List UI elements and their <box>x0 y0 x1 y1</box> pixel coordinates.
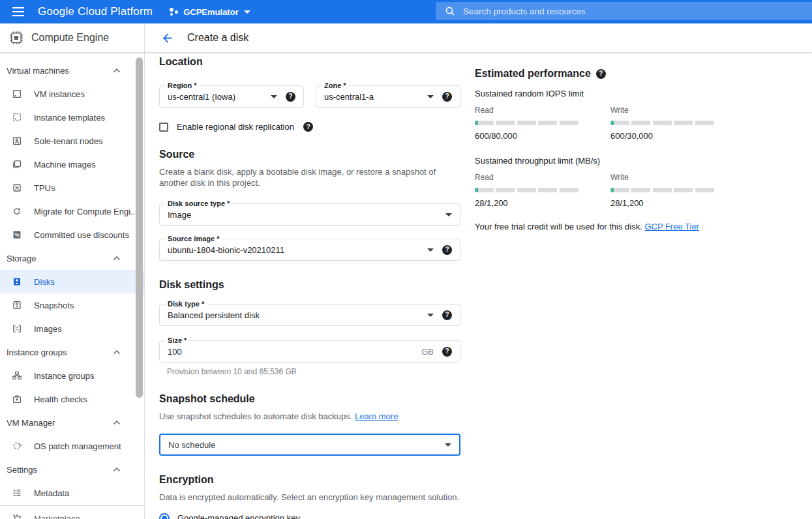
snapshot-schedule-description: Use snapshot schedules to automate disk … <box>159 411 460 422</box>
sidebar-item-migrate-for-compute-engine[interactable]: Migrate for Compute Engi... <box>0 200 144 223</box>
google-managed-key-option[interactable]: Google-managed encryption key <box>159 513 460 519</box>
snapshot-schedule-select[interactable]: No schedule <box>159 434 460 456</box>
dropdown-arrow-icon <box>445 213 452 216</box>
image-icon <box>12 323 22 334</box>
sole-tenant-icon <box>12 136 22 146</box>
snapshot-schedule-heading: Snapshot schedule <box>159 393 460 405</box>
source-image-value: ubuntu-1804-bionic-v20210211 <box>168 245 421 255</box>
sidebar-item-tpus[interactable]: TPUs <box>0 176 144 200</box>
page-title: Create a disk <box>187 32 248 44</box>
sidebar-divider <box>0 505 144 506</box>
sidebar-item-instance-templates[interactable]: Instance templates <box>0 106 144 129</box>
encryption-heading: Encryption <box>159 474 460 486</box>
chevron-up-icon <box>113 420 121 425</box>
migrate-icon <box>12 206 22 216</box>
snapshot-schedule-value: No schedule <box>168 440 438 450</box>
iops-read-value: 600/80,000 <box>475 131 579 141</box>
sidebar-item-os-patch-management[interactable]: OS patch management <box>0 434 144 458</box>
performance-help-icon[interactable]: ? <box>596 69 606 79</box>
marketplace-icon <box>12 513 22 519</box>
throughput-read-label: Read <box>475 173 579 182</box>
chevron-up-icon <box>113 349 121 355</box>
sidebar-item-images[interactable]: Images <box>0 317 144 340</box>
disk-source-type-label: Disk source type * <box>165 200 232 207</box>
disk-icon <box>12 276 22 287</box>
source-image-label: Source image * <box>165 235 222 243</box>
app-title: Compute Engine <box>31 32 109 44</box>
estimated-performance-panel: Estimated performance ? Sustained random… <box>475 53 749 231</box>
size-input[interactable]: Size * 100 GB ? <box>159 340 460 363</box>
iops-read-bar <box>475 121 579 125</box>
throughput-read-value: 28/1,200 <box>475 198 579 208</box>
sidebar-section-storage[interactable]: Storage <box>0 246 144 270</box>
project-dots-icon <box>170 7 179 16</box>
os-patch-icon <box>12 441 22 451</box>
zone-select[interactable]: Zone * us-central1-a ? <box>316 85 460 108</box>
svg-text:%: % <box>14 231 20 238</box>
sidebar-section-settings[interactable]: Settings <box>0 458 144 481</box>
performance-heading: Estimated performance <box>475 68 591 80</box>
iops-title: Sustained random IOPS limit <box>475 89 749 98</box>
iops-write-label: Write <box>610 106 715 115</box>
instance-group-icon <box>12 370 22 381</box>
radio-selected-icon[interactable] <box>159 513 170 519</box>
size-helper-text: Provision between 10 and 65,536 GB <box>167 367 460 376</box>
disk-type-help-icon[interactable]: ? <box>442 310 452 320</box>
regional-replication-help-icon[interactable]: ? <box>303 122 313 132</box>
app-header: Google Cloud Platform GCPEmulator <box>0 0 812 23</box>
disk-source-type-select[interactable]: Disk source type * Image <box>159 203 460 226</box>
percent-icon: % <box>12 230 22 240</box>
source-heading: Source <box>159 149 460 160</box>
sidebar-item-health-checks[interactable]: Health checks <box>0 387 144 411</box>
project-selector[interactable]: GCPEmulator <box>170 7 250 17</box>
zone-label: Zone * <box>322 82 349 89</box>
dropdown-arrow-icon <box>271 95 277 98</box>
project-name: GCPEmulator <box>183 7 239 17</box>
sidebar-item-sole-tenant-nodes[interactable]: Sole-tenant nodes <box>0 129 144 153</box>
search-input[interactable] <box>463 7 737 16</box>
sidebar-item-vm-instances[interactable]: VM instances <box>0 82 144 106</box>
sidebar-item-marketplace[interactable]: Marketplace <box>0 507 144 519</box>
menu-icon[interactable] <box>0 0 37 23</box>
throughput-title: Sustained throughput limit (MB/s) <box>475 156 749 166</box>
location-heading: Location <box>159 56 460 68</box>
disk-type-select[interactable]: Disk type * Balanced persistent disk ? <box>159 304 460 326</box>
search-icon <box>445 6 455 16</box>
disk-settings-heading: Disk settings <box>159 279 460 291</box>
iops-write-bar <box>610 121 715 125</box>
instance-template-icon <box>12 112 22 123</box>
sidebar-item-committed-use-discounts[interactable]: % Committed use discounts <box>0 223 144 246</box>
chevron-up-icon <box>113 256 121 261</box>
sidebar-item-snapshots[interactable]: Snapshots <box>0 293 144 317</box>
sidebar-item-machine-images[interactable]: Machine images <box>0 153 144 176</box>
gcp-free-tier-link[interactable]: GCP Free Tier <box>644 222 699 231</box>
source-description: Create a blank disk, apply a bootable di… <box>159 166 460 188</box>
throughput-write-label: Write <box>610 173 715 182</box>
sidebar-item-instance-groups[interactable]: Instance groups <box>0 364 144 387</box>
source-image-help-icon[interactable]: ? <box>442 245 452 255</box>
page-header: Compute Engine Create a disk <box>0 23 812 53</box>
zone-value: us-central1-a <box>324 92 421 102</box>
size-label: Size * <box>165 336 189 344</box>
throughput-read-bar <box>475 188 579 192</box>
regional-replication-checkbox[interactable] <box>159 123 168 132</box>
sidebar-item-metadata[interactable]: Metadata <box>0 481 144 505</box>
size-help-icon[interactable]: ? <box>442 347 452 357</box>
zone-help-icon[interactable]: ? <box>442 92 452 102</box>
source-image-select[interactable]: Source image * ubuntu-1804-bionic-v20210… <box>159 239 460 261</box>
dropdown-arrow-icon <box>427 95 434 98</box>
region-help-icon[interactable]: ? <box>286 92 295 102</box>
sidebar-section-virtual-machines[interactable]: Virtual machines <box>0 59 144 82</box>
region-value: us-central1 (Iowa) <box>168 92 264 102</box>
sidebar-scrollbar[interactable] <box>136 57 143 398</box>
disk-source-type-value: Image <box>168 210 439 220</box>
sidebar-section-instance-groups[interactable]: Instance groups <box>0 340 144 364</box>
sidebar-nav: Virtual machines VM instances Instance t… <box>0 53 145 519</box>
create-disk-form: Location Region * us-central1 (Iowa) ? Z… <box>159 53 460 519</box>
back-button[interactable] <box>161 32 173 44</box>
search-bar[interactable] <box>436 2 812 20</box>
learn-more-link[interactable]: Learn more <box>355 411 398 421</box>
sidebar-item-disks[interactable]: Disks <box>0 270 144 293</box>
region-select[interactable]: Region * us-central1 (Iowa) ? <box>159 85 304 108</box>
sidebar-section-vm-manager[interactable]: VM Manager <box>0 411 144 434</box>
